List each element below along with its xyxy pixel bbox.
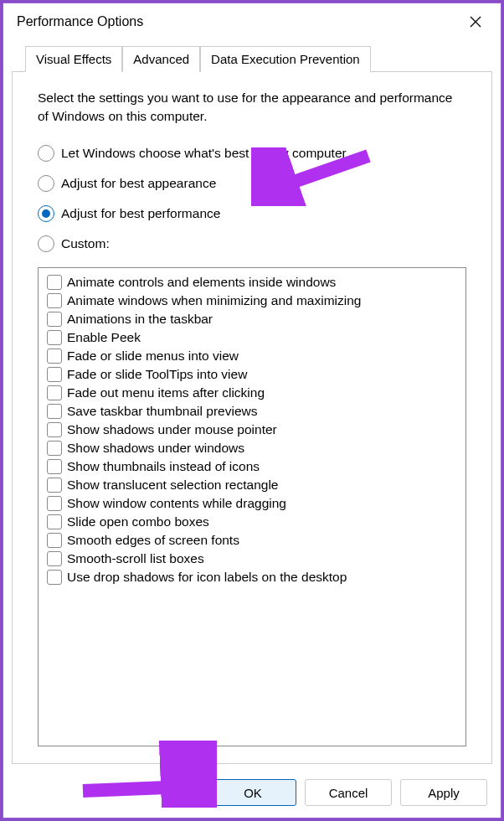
radio-label: Let Windows choose what's best for my co… xyxy=(61,146,347,161)
checkbox-list[interactable]: Animate controls and elements inside win… xyxy=(38,267,466,746)
checkbox-label: Fade out menu items after clicking xyxy=(67,385,265,400)
checkbox-label: Show translucent selection rectangle xyxy=(67,478,278,493)
checkbox-box xyxy=(47,404,62,419)
checkbox-item-4[interactable]: Fade or slide menus into view xyxy=(42,347,462,365)
checkbox-label: Use drop shadows for icon labels on the … xyxy=(67,570,347,585)
checkbox-item-11[interactable]: Show translucent selection rectangle xyxy=(42,476,462,494)
radio-option-1[interactable]: Adjust for best appearance xyxy=(38,175,466,192)
checkbox-label: Fade or slide ToolTips into view xyxy=(67,367,247,382)
checkbox-item-0[interactable]: Animate controls and elements inside win… xyxy=(42,273,462,292)
radio-circle xyxy=(38,145,54,162)
checkbox-item-2[interactable]: Animations in the taskbar xyxy=(42,310,462,328)
checkbox-item-14[interactable]: Smooth edges of screen fonts xyxy=(42,531,462,550)
checkbox-box xyxy=(47,330,62,345)
cancel-button[interactable]: Cancel xyxy=(305,779,392,806)
performance-options-window: Performance Options Visual EffectsAdvanc… xyxy=(3,3,501,818)
tabs-bar: Visual EffectsAdvancedData Execution Pre… xyxy=(12,45,492,72)
checkbox-box xyxy=(47,533,62,548)
checkbox-label: Animations in the taskbar xyxy=(67,312,213,327)
radio-option-2[interactable]: Adjust for best performance xyxy=(38,205,466,222)
checkbox-label: Animate controls and elements inside win… xyxy=(67,275,336,290)
checkbox-item-5[interactable]: Fade or slide ToolTips into view xyxy=(42,365,462,384)
checkbox-label: Save taskbar thumbnail previews xyxy=(67,404,257,419)
checkbox-label: Smooth edges of screen fonts xyxy=(67,533,239,548)
checkbox-item-9[interactable]: Show shadows under windows xyxy=(42,439,462,457)
checkbox-box xyxy=(47,441,62,456)
checkbox-item-15[interactable]: Smooth-scroll list boxes xyxy=(42,550,462,568)
radio-group: Let Windows choose what's best for my co… xyxy=(38,145,466,252)
window-title: Performance Options xyxy=(17,14,143,29)
apply-button[interactable]: Apply xyxy=(400,779,487,806)
radio-circle xyxy=(38,205,54,222)
checkbox-box xyxy=(47,422,62,437)
checkbox-label: Animate windows when minimizing and maxi… xyxy=(67,293,361,308)
checkbox-item-7[interactable]: Save taskbar thumbnail previews xyxy=(42,402,462,421)
checkbox-label: Slide open combo boxes xyxy=(67,514,209,529)
checkbox-box xyxy=(47,551,62,566)
tab-content: Select the settings you want to use for … xyxy=(12,72,492,764)
titlebar: Performance Options xyxy=(3,3,501,40)
checkbox-box xyxy=(47,349,62,364)
radio-option-0[interactable]: Let Windows choose what's best for my co… xyxy=(38,145,466,162)
radio-label: Adjust for best appearance xyxy=(61,176,216,191)
button-row: OK Cancel Apply xyxy=(3,772,501,818)
close-button[interactable] xyxy=(462,8,489,35)
radio-label: Custom: xyxy=(61,236,110,251)
checkbox-box xyxy=(47,570,62,585)
radio-circle xyxy=(38,175,54,192)
checkbox-item-6[interactable]: Fade out menu items after clicking xyxy=(42,384,462,402)
checkbox-label: Show window contents while dragging xyxy=(67,496,286,511)
tab-advanced[interactable]: Advanced xyxy=(122,46,200,72)
checkbox-box xyxy=(47,385,62,400)
checkbox-box xyxy=(47,293,62,308)
checkbox-label: Show shadows under mouse pointer xyxy=(67,422,277,437)
tab-data-execution-prevention[interactable]: Data Execution Prevention xyxy=(200,46,371,72)
checkbox-item-10[interactable]: Show thumbnails instead of icons xyxy=(42,457,462,476)
checkbox-box xyxy=(47,459,62,474)
checkbox-item-16[interactable]: Use drop shadows for icon labels on the … xyxy=(42,568,462,586)
close-icon xyxy=(470,16,481,28)
radio-label: Adjust for best performance xyxy=(61,206,220,221)
checkbox-box xyxy=(47,478,62,493)
checkbox-box xyxy=(47,312,62,327)
tab-visual-effects[interactable]: Visual Effects xyxy=(25,46,122,72)
checkbox-box xyxy=(47,514,62,529)
checkbox-item-8[interactable]: Show shadows under mouse pointer xyxy=(42,421,462,439)
description-text: Select the settings you want to use for … xyxy=(38,89,466,125)
radio-option-3[interactable]: Custom: xyxy=(38,235,466,252)
ok-button[interactable]: OK xyxy=(209,779,296,806)
radio-circle xyxy=(38,235,54,252)
checkbox-box xyxy=(47,275,62,290)
checkbox-label: Fade or slide menus into view xyxy=(67,349,239,364)
checkbox-item-1[interactable]: Animate windows when minimizing and maxi… xyxy=(42,292,462,310)
checkbox-item-12[interactable]: Show window contents while dragging xyxy=(42,494,462,513)
checkbox-box xyxy=(47,367,62,382)
checkbox-label: Show shadows under windows xyxy=(67,441,244,456)
checkbox-item-13[interactable]: Slide open combo boxes xyxy=(42,513,462,531)
checkbox-box xyxy=(47,496,62,511)
checkbox-label: Show thumbnails instead of icons xyxy=(67,459,260,474)
checkbox-label: Enable Peek xyxy=(67,330,141,345)
checkbox-item-3[interactable]: Enable Peek xyxy=(42,328,462,347)
checkbox-label: Smooth-scroll list boxes xyxy=(67,551,204,566)
